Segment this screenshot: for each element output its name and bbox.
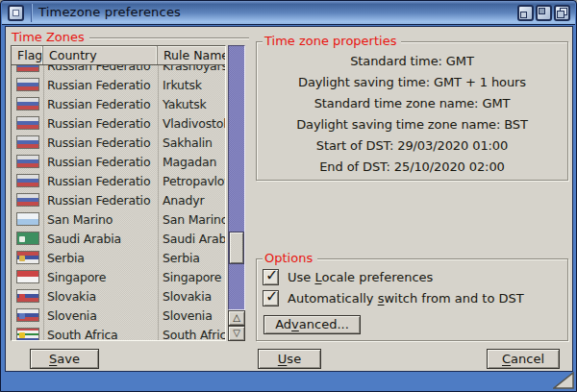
properties-lines: Standard time: GMT Daylight saving time:… [257,42,567,178]
close-button[interactable] [8,5,24,21]
timezone-row[interactable]: Russian FederatioSakhalin [12,133,225,152]
zoom-icon [539,8,545,14]
flag-stripe [17,277,38,282]
country-cell: Russian Federatio [43,65,158,73]
timezone-row[interactable]: Russian FederatioVladivostok [12,113,225,133]
timezone-list-rows: Russian FederatioKrasnoyarskRussian Fede… [12,65,225,340]
advanced-button[interactable]: Advanced... [263,315,361,334]
timezone-row[interactable]: South AfricaSouth Africa [12,325,225,340]
country-flag-icon [16,174,39,187]
timezone-list[interactable]: Flag Country Rule Name Russian Federatio… [11,45,226,341]
use-button[interactable]: Use [258,349,321,369]
country-cell: Singapore [43,270,158,284]
scroll-up-button[interactable]: △ [228,310,245,326]
column-header-rule-name[interactable]: Rule Name [158,46,225,64]
resize-icon [554,373,573,388]
country-flag-icon [16,251,39,264]
country-cell: Russian Federatio [43,193,158,208]
country-flag-icon [16,135,39,149]
timezone-row[interactable]: Russian FederatioAnadyr [12,190,225,209]
use-locale-checkbox[interactable]: ✓ [263,269,279,285]
scroll-down-icon: ▽ [233,329,240,338]
rule-name-cell: Saudi Arabi [158,232,225,246]
titlebar-gadgets [517,5,570,21]
country-flag-icon [16,78,39,91]
country-flag-icon [16,308,39,322]
resize-handle[interactable] [553,372,574,389]
country-flag-icon [16,232,39,245]
timezone-row[interactable]: SlovakiaSlovakia [12,286,225,306]
list-viewport: Russian FederatioKrasnoyarskRussian Fede… [12,65,225,340]
timezone-row[interactable]: SerbiaSerbia [12,248,225,267]
flag-stripe [17,219,38,225]
column-header-flag[interactable]: Flag [12,46,43,64]
check-icon: ✓ [265,287,278,306]
depth-icon [557,11,564,18]
timezone-row[interactable]: SloveniaSlovenia [12,306,225,325]
depth-button[interactable] [554,5,570,21]
timezone-row[interactable]: Saudi ArabiaSaudi Arabi [12,229,225,248]
timezone-row[interactable]: Russian FederatioPetropavlov [12,171,225,190]
column-header-country[interactable]: Country [43,46,158,64]
rule-name-cell: Slovenia [158,308,225,323]
auto-dst-label: Automatically switch from and to DST [288,291,524,306]
country-flag-icon [16,97,39,110]
timezone-row[interactable]: San MarinoSan Marino [12,209,225,229]
rule-name-cell: Petropavlov [158,174,225,188]
zoom-button[interactable] [536,5,552,21]
scrollbar-thumb[interactable] [230,233,243,263]
flag-cell [12,155,43,168]
options-group: Options ✓ Use Locale preferences ✓ Autom… [256,258,568,341]
timezone-row[interactable]: Russian FederatioMagadan [12,152,225,171]
property-dst-time: Daylight saving time: GMT + 1 hours [257,72,567,93]
timezone-row[interactable]: SingaporeSingapore [12,267,225,286]
flag-stripe [17,163,38,167]
flag-cell [12,97,43,110]
flag-cell [12,135,43,149]
flag-cell [12,308,43,322]
country-cell: Serbia [43,251,158,265]
list-header: Flag Country Rule Name [12,46,225,65]
country-flag-icon [16,328,39,340]
flag-cell [12,212,43,226]
save-button[interactable]: Save [30,349,99,369]
flag-stripe [17,86,38,90]
property-dst-start: Start of DST: 29/03/2020 01:00 [257,135,567,157]
rule-name-cell: Slovakia [158,289,225,304]
scroll-down-button[interactable]: ▽ [228,326,245,341]
rule-name-cell: Irkutsk [158,78,225,92]
property-standard-time: Standard time: GMT [257,51,567,72]
timezone-preferences-window: Timezone preferences Time Zones Flag Cou… [0,0,577,392]
flag-cell [12,328,43,340]
auto-dst-checkbox[interactable]: ✓ [263,290,279,306]
scroll-up-icon: △ [233,313,240,323]
property-standard-zone-name: Standard time zone name: GMT [257,93,567,114]
titlebar[interactable]: Timezone preferences [2,1,575,25]
iconify-button[interactable] [517,5,534,21]
flag-stripe [17,67,38,71]
close-icon [13,10,19,16]
country-cell: Russian Federatio [43,155,158,169]
rule-name-cell: Krasnoyarsk [158,65,225,73]
use-locale-row[interactable]: ✓ Use Locale preferences [263,269,562,285]
auto-dst-row[interactable]: ✓ Automatically switch from and to DST [263,290,562,306]
flag-cell [12,193,43,207]
timezone-row[interactable]: Russian FederatioYakutsk [12,94,225,113]
cancel-button[interactable]: Cancel [487,349,560,369]
flag-cell [12,78,43,91]
flag-badge [19,294,25,300]
flag-badge [19,332,25,338]
rule-name-cell: San Marino [158,212,225,227]
properties-group-label: Time zone properties [263,35,401,48]
window-content: Time Zones Flag Country Rule Name Russia… [5,26,573,372]
scrollbar-track[interactable] [228,45,245,310]
flag-stripe [17,183,38,186]
flag-stripe [17,144,38,148]
flag-stripe [17,202,38,206]
timezone-row[interactable]: Russian FederatioKrasnoyarsk [12,65,225,75]
country-flag-icon [16,116,39,130]
flag-cell [12,251,43,264]
flag-cell [12,116,43,130]
timezone-row[interactable]: Russian FederatioIrkutsk [12,75,225,94]
titlebar-separator [31,4,33,22]
